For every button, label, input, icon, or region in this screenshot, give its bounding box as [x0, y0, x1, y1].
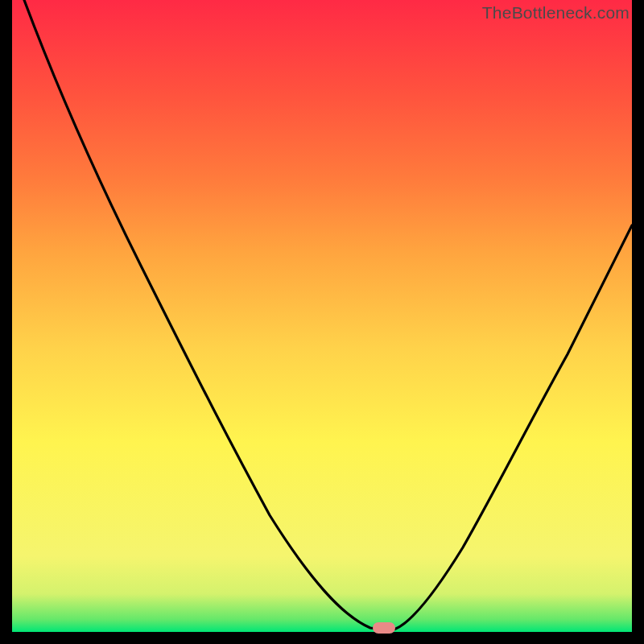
chart-frame: TheBottleneck.com — [0, 0, 644, 644]
plot-area — [12, 0, 632, 632]
watermark-text: TheBottleneck.com — [482, 3, 630, 23]
minimum-marker — [373, 622, 395, 634]
